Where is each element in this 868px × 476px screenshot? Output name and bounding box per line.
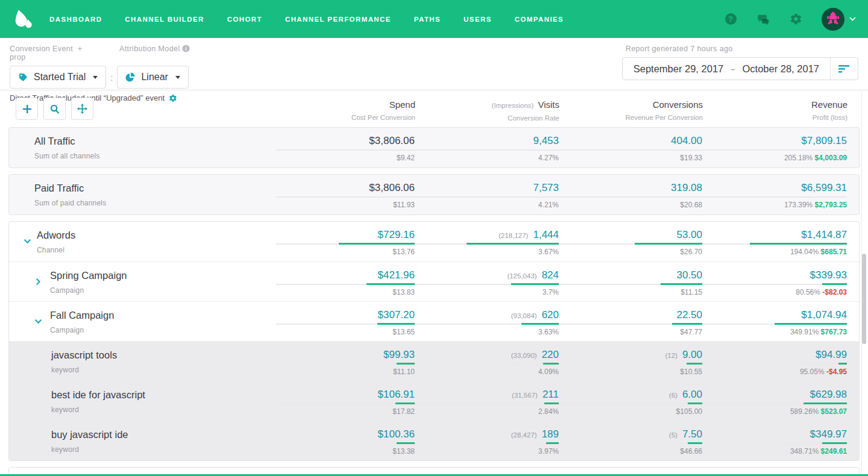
visits-value[interactable]: 7,573: [533, 182, 559, 194]
conversion-event-label: Conversion Event + prop: [10, 45, 99, 61]
table-row[interactable]: Spring CampaignCampaign$421.96$13.83(125…: [9, 261, 859, 301]
spend-value[interactable]: $729.16: [378, 229, 415, 241]
row-name[interactable]: All Traffic: [34, 136, 276, 147]
nav-item-channel-performance[interactable]: CHANNEL PERFORMANCE: [285, 16, 391, 23]
conversions-value[interactable]: 6.00: [682, 389, 702, 401]
date-end[interactable]: October 28, 2017: [742, 63, 819, 75]
visits-value[interactable]: 211: [542, 389, 559, 401]
conversions-cell: (5)7.50$46.66: [559, 421, 702, 460]
column-header-conversions[interactable]: Conversions Revenue Per Conversion: [559, 98, 703, 122]
spend-value[interactable]: $100.36: [378, 428, 415, 440]
attribution-model-dropdown[interactable]: Linear: [117, 66, 188, 89]
row-name[interactable]: buy javascript ide: [51, 429, 276, 440]
column-header-visits[interactable]: (Impressions)Visits Conversion Rate: [415, 98, 559, 122]
visits-value[interactable]: 1,444: [533, 229, 559, 241]
conversions-value[interactable]: 53.00: [676, 229, 702, 241]
revenue-value[interactable]: $94.99: [816, 349, 847, 361]
row-sublabel: Campaign: [50, 286, 276, 295]
profit-pct: 205.18%: [784, 154, 813, 162]
visits-cell: (125,043)8243.7%: [415, 262, 559, 301]
app-logo-icon[interactable]: [12, 8, 34, 30]
spend-value[interactable]: $106.91: [378, 389, 415, 401]
row-name[interactable]: best ide for javascript: [51, 389, 276, 401]
spend-value[interactable]: $421.96: [378, 269, 415, 281]
spend-value[interactable]: $99.93: [383, 349, 415, 361]
spend-value[interactable]: $3,806.06: [369, 135, 415, 147]
column-header-spend[interactable]: Spend Cost Per Conversion: [277, 98, 415, 122]
value-divider: [702, 402, 847, 404]
nav-item-paths[interactable]: PATHS: [414, 16, 441, 23]
conversions-value[interactable]: 30.50: [676, 269, 702, 281]
revenue-value[interactable]: $349.97: [810, 428, 847, 440]
messages-icon[interactable]: [756, 13, 770, 26]
nav-item-dashboard[interactable]: DASHBOARD: [49, 16, 102, 23]
revenue-cell: $629.98589.26% $523.07: [702, 381, 847, 421]
conversions-value[interactable]: 7.50: [682, 428, 702, 440]
search-button[interactable]: [43, 98, 66, 120]
table-row[interactable]: best ide for javascriptkeyword$106.91$17…: [9, 381, 859, 421]
spend-value[interactable]: $307.20: [378, 309, 415, 321]
table-row[interactable]: AdwordsChannel$729.16$13.76(218,127)1,44…: [9, 222, 859, 261]
revenue-value[interactable]: $339.93: [810, 269, 847, 281]
expand-chevron-icon[interactable]: [34, 278, 42, 286]
value-divider: [276, 243, 415, 245]
date-start[interactable]: September 29, 2017: [634, 63, 724, 75]
conversions-value[interactable]: 22.50: [676, 309, 702, 321]
table-row[interactable]: javascript toolskeyword$99.93$11.10(33,0…: [9, 341, 859, 381]
collapse-chevron-icon[interactable]: [34, 318, 42, 325]
collapse-chevron-icon[interactable]: [24, 237, 31, 245]
settings-icon[interactable]: [789, 13, 802, 26]
conversions-cell: 319.08$20.68: [559, 175, 702, 215]
value-divider: [415, 363, 559, 365]
move-button[interactable]: [71, 98, 93, 120]
spend-subvalue: $13.65: [276, 328, 415, 336]
revenue-value[interactable]: $1,074.94: [801, 309, 847, 321]
spend-cell: $99.93$11.10: [276, 342, 415, 381]
revenue-value[interactable]: $629.98: [810, 389, 847, 401]
row-name[interactable]: Fall Campaign: [50, 310, 276, 321]
value-divider: [702, 363, 847, 365]
nav-item-channel-builder[interactable]: CHANNEL BUILDER: [125, 16, 204, 23]
visits-value[interactable]: 620: [542, 309, 559, 321]
spend-value[interactable]: $3,806.06: [369, 182, 415, 194]
revenue-value[interactable]: $6,599.31: [801, 182, 847, 194]
table-row[interactable]: Fall CampaignCampaign$307.20$13.65(93,08…: [9, 301, 859, 341]
nav-menu: DASHBOARDCHANNEL BUILDERCOHORTCHANNEL PE…: [49, 16, 564, 23]
column-header-revenue[interactable]: Revenue Profit (loss): [703, 98, 848, 122]
table-row[interactable]: All TrafficSum of all channels$3,806.06$…: [9, 128, 859, 168]
profit-value: $249.61: [819, 447, 847, 456]
scrollbar-thumb[interactable]: [862, 254, 866, 344]
visits-subvalue: 3.67%: [415, 248, 559, 256]
spend-cell: $3,806.06$11.93: [276, 175, 415, 215]
user-menu[interactable]: [822, 8, 856, 31]
nav-item-cohort[interactable]: COHORT: [227, 16, 262, 23]
add-button[interactable]: [16, 98, 38, 120]
help-icon[interactable]: ?: [724, 13, 737, 26]
row-name[interactable]: Spring Campaign: [50, 270, 276, 281]
avatar[interactable]: [822, 8, 844, 31]
conversions-value[interactable]: 9.00: [682, 349, 702, 361]
conversion-event-dropdown[interactable]: Started Trial: [10, 66, 106, 89]
row-name[interactable]: Adwords: [37, 230, 276, 241]
share-bar: [661, 283, 702, 285]
profit-value: -$82.03: [820, 288, 847, 296]
nav-item-companies[interactable]: COMPANIES: [515, 16, 564, 23]
table-row[interactable]: buy javascript idekeyword$100.36$13.38(2…: [9, 421, 859, 460]
top-nav: DASHBOARDCHANNEL BUILDERCOHORTCHANNEL PE…: [0, 0, 868, 38]
nav-item-users[interactable]: USERS: [464, 16, 492, 23]
conversions-cell: 404.00$19.33: [559, 128, 702, 168]
revenue-value[interactable]: $7,809.15: [801, 135, 847, 147]
filter-icon[interactable]: [830, 58, 858, 80]
conversions-value[interactable]: 319.08: [671, 182, 702, 194]
row-name[interactable]: Paid Traffic: [34, 183, 276, 194]
visits-value[interactable]: 220: [542, 349, 559, 361]
visits-value[interactable]: 9,453: [533, 135, 559, 147]
revenue-value[interactable]: $1,414.87: [801, 229, 847, 241]
table-row[interactable]: Paid TrafficSum of paid channels$3,806.0…: [9, 175, 859, 215]
conversions-value[interactable]: 404.00: [671, 135, 702, 147]
date-range-picker[interactable]: September 29, 2017 – October 28, 2017: [622, 57, 858, 80]
visits-value[interactable]: 824: [542, 269, 559, 281]
row-name[interactable]: javascript tools: [51, 349, 276, 361]
info-icon[interactable]: [182, 45, 190, 52]
visits-value[interactable]: 189: [542, 428, 559, 440]
